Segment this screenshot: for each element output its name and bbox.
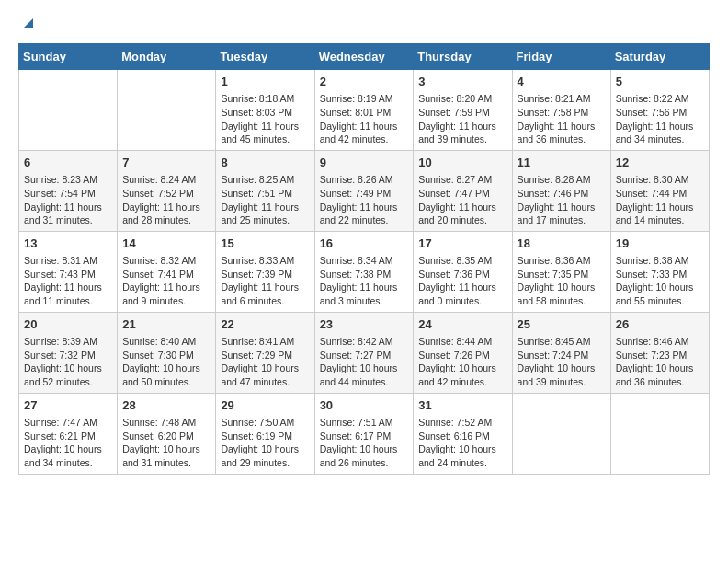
calendar-cell: 31Sunrise: 7:52 AM Sunset: 6:16 PM Dayli…: [414, 393, 512, 474]
day-info: Sunrise: 8:36 AM Sunset: 7:35 PM Dayligh…: [518, 254, 606, 308]
day-info: Sunrise: 8:26 AM Sunset: 7:49 PM Dayligh…: [320, 173, 409, 227]
calendar-cell: 5Sunrise: 8:22 AM Sunset: 7:56 PM Daylig…: [610, 70, 709, 151]
calendar-cell: 25Sunrise: 8:45 AM Sunset: 7:24 PM Dayli…: [512, 312, 610, 393]
weekday-header-tuesday: Tuesday: [216, 44, 314, 70]
calendar-cell: 29Sunrise: 7:50 AM Sunset: 6:19 PM Dayli…: [216, 393, 314, 474]
day-info: Sunrise: 8:35 AM Sunset: 7:36 PM Dayligh…: [418, 254, 506, 308]
weekday-header-wednesday: Wednesday: [314, 44, 414, 70]
day-info: Sunrise: 8:41 AM Sunset: 7:29 PM Dayligh…: [221, 335, 309, 389]
weekday-header-friday: Friday: [512, 44, 610, 70]
calendar-cell: [19, 70, 118, 151]
calendar-header-row: SundayMondayTuesdayWednesdayThursdayFrid…: [19, 44, 710, 70]
day-info: Sunrise: 8:24 AM Sunset: 7:52 PM Dayligh…: [122, 173, 210, 227]
day-info: Sunrise: 8:25 AM Sunset: 7:51 PM Dayligh…: [221, 173, 309, 227]
weekday-header-sunday: Sunday: [19, 44, 118, 70]
day-number: 16: [320, 236, 409, 252]
day-info: Sunrise: 8:21 AM Sunset: 7:58 PM Dayligh…: [518, 92, 606, 146]
calendar-table: SundayMondayTuesdayWednesdayThursdayFrid…: [18, 43, 710, 475]
calendar-cell: 20Sunrise: 8:39 AM Sunset: 7:32 PM Dayli…: [19, 312, 118, 393]
svg-marker-0: [24, 18, 33, 28]
day-number: 1: [221, 74, 309, 90]
calendar-week-4: 20Sunrise: 8:39 AM Sunset: 7:32 PM Dayli…: [19, 312, 710, 393]
day-number: 25: [518, 316, 606, 333]
day-info: Sunrise: 8:46 AM Sunset: 7:23 PM Dayligh…: [616, 335, 704, 389]
day-info: Sunrise: 8:27 AM Sunset: 7:47 PM Dayligh…: [418, 173, 506, 227]
day-info: Sunrise: 7:52 AM Sunset: 6:16 PM Dayligh…: [418, 416, 506, 470]
calendar-week-3: 13Sunrise: 8:31 AM Sunset: 7:43 PM Dayli…: [19, 231, 710, 312]
logo-triangle-icon: [20, 15, 37, 31]
calendar-cell: 19Sunrise: 8:38 AM Sunset: 7:33 PM Dayli…: [610, 231, 709, 312]
day-info: Sunrise: 8:33 AM Sunset: 7:39 PM Dayligh…: [221, 254, 309, 308]
calendar-cell: [610, 393, 709, 474]
calendar-cell: 21Sunrise: 8:40 AM Sunset: 7:30 PM Dayli…: [118, 312, 216, 393]
day-number: 9: [320, 155, 409, 171]
day-number: 31: [418, 397, 506, 414]
calendar-cell: 3Sunrise: 8:20 AM Sunset: 7:59 PM Daylig…: [414, 70, 512, 151]
calendar-cell: 14Sunrise: 8:32 AM Sunset: 7:41 PM Dayli…: [118, 231, 216, 312]
day-number: 26: [616, 316, 704, 333]
day-info: Sunrise: 7:48 AM Sunset: 6:20 PM Dayligh…: [122, 416, 210, 470]
calendar-cell: 11Sunrise: 8:28 AM Sunset: 7:46 PM Dayli…: [512, 150, 610, 231]
day-number: 11: [518, 155, 606, 171]
page-header: [18, 18, 710, 34]
logo: [18, 18, 37, 34]
day-number: 28: [122, 397, 210, 414]
calendar-cell: 26Sunrise: 8:46 AM Sunset: 7:23 PM Dayli…: [610, 312, 709, 393]
calendar-cell: 8Sunrise: 8:25 AM Sunset: 7:51 PM Daylig…: [216, 150, 314, 231]
day-number: 17: [418, 236, 506, 252]
day-info: Sunrise: 8:31 AM Sunset: 7:43 PM Dayligh…: [24, 254, 112, 308]
calendar-cell: 23Sunrise: 8:42 AM Sunset: 7:27 PM Dayli…: [314, 312, 414, 393]
calendar-cell: 7Sunrise: 8:24 AM Sunset: 7:52 PM Daylig…: [118, 150, 216, 231]
calendar-cell: 1Sunrise: 8:18 AM Sunset: 8:03 PM Daylig…: [216, 70, 314, 151]
day-number: 22: [221, 316, 309, 333]
day-info: Sunrise: 8:19 AM Sunset: 8:01 PM Dayligh…: [320, 92, 409, 146]
day-info: Sunrise: 8:38 AM Sunset: 7:33 PM Dayligh…: [616, 254, 704, 308]
day-number: 20: [24, 316, 112, 333]
calendar-cell: 6Sunrise: 8:23 AM Sunset: 7:54 PM Daylig…: [19, 150, 118, 231]
calendar-cell: 15Sunrise: 8:33 AM Sunset: 7:39 PM Dayli…: [216, 231, 314, 312]
day-number: 19: [616, 236, 704, 252]
day-info: Sunrise: 7:51 AM Sunset: 6:17 PM Dayligh…: [320, 416, 409, 470]
day-number: 6: [24, 155, 112, 171]
calendar-cell: 18Sunrise: 8:36 AM Sunset: 7:35 PM Dayli…: [512, 231, 610, 312]
day-number: 8: [221, 155, 309, 171]
day-number: 15: [221, 236, 309, 252]
calendar-cell: 4Sunrise: 8:21 AM Sunset: 7:58 PM Daylig…: [512, 70, 610, 151]
weekday-header-thursday: Thursday: [414, 44, 512, 70]
day-info: Sunrise: 7:47 AM Sunset: 6:21 PM Dayligh…: [24, 416, 112, 470]
calendar-cell: 9Sunrise: 8:26 AM Sunset: 7:49 PM Daylig…: [314, 150, 414, 231]
day-info: Sunrise: 8:42 AM Sunset: 7:27 PM Dayligh…: [320, 335, 409, 389]
day-number: 5: [616, 74, 704, 90]
day-number: 23: [320, 316, 409, 333]
day-info: Sunrise: 8:18 AM Sunset: 8:03 PM Dayligh…: [221, 92, 309, 146]
day-info: Sunrise: 8:23 AM Sunset: 7:54 PM Dayligh…: [24, 173, 112, 227]
day-number: 24: [418, 316, 506, 333]
day-info: Sunrise: 8:32 AM Sunset: 7:41 PM Dayligh…: [122, 254, 210, 308]
day-info: Sunrise: 8:34 AM Sunset: 7:38 PM Dayligh…: [320, 254, 409, 308]
day-info: Sunrise: 8:44 AM Sunset: 7:26 PM Dayligh…: [418, 335, 506, 389]
calendar-week-5: 27Sunrise: 7:47 AM Sunset: 6:21 PM Dayli…: [19, 393, 710, 474]
calendar-cell: 22Sunrise: 8:41 AM Sunset: 7:29 PM Dayli…: [216, 312, 314, 393]
day-number: 10: [418, 155, 506, 171]
calendar-cell: 12Sunrise: 8:30 AM Sunset: 7:44 PM Dayli…: [610, 150, 709, 231]
day-info: Sunrise: 8:20 AM Sunset: 7:59 PM Dayligh…: [418, 92, 506, 146]
calendar-week-1: 1Sunrise: 8:18 AM Sunset: 8:03 PM Daylig…: [19, 70, 710, 151]
day-number: 2: [320, 74, 409, 90]
calendar-cell: 27Sunrise: 7:47 AM Sunset: 6:21 PM Dayli…: [19, 393, 118, 474]
day-number: 21: [122, 316, 210, 333]
calendar-week-2: 6Sunrise: 8:23 AM Sunset: 7:54 PM Daylig…: [19, 150, 710, 231]
day-number: 7: [122, 155, 210, 171]
weekday-header-monday: Monday: [118, 44, 216, 70]
calendar-cell: 16Sunrise: 8:34 AM Sunset: 7:38 PM Dayli…: [314, 231, 414, 312]
calendar-cell: 28Sunrise: 7:48 AM Sunset: 6:20 PM Dayli…: [118, 393, 216, 474]
day-number: 3: [418, 74, 506, 90]
day-info: Sunrise: 7:50 AM Sunset: 6:19 PM Dayligh…: [221, 416, 309, 470]
day-info: Sunrise: 8:30 AM Sunset: 7:44 PM Dayligh…: [616, 173, 704, 227]
day-info: Sunrise: 8:28 AM Sunset: 7:46 PM Dayligh…: [518, 173, 606, 227]
calendar-cell: 10Sunrise: 8:27 AM Sunset: 7:47 PM Dayli…: [414, 150, 512, 231]
day-number: 18: [518, 236, 606, 252]
day-number: 14: [122, 236, 210, 252]
calendar-cell: 30Sunrise: 7:51 AM Sunset: 6:17 PM Dayli…: [314, 393, 414, 474]
day-number: 4: [518, 74, 606, 90]
day-info: Sunrise: 8:22 AM Sunset: 7:56 PM Dayligh…: [616, 92, 704, 146]
